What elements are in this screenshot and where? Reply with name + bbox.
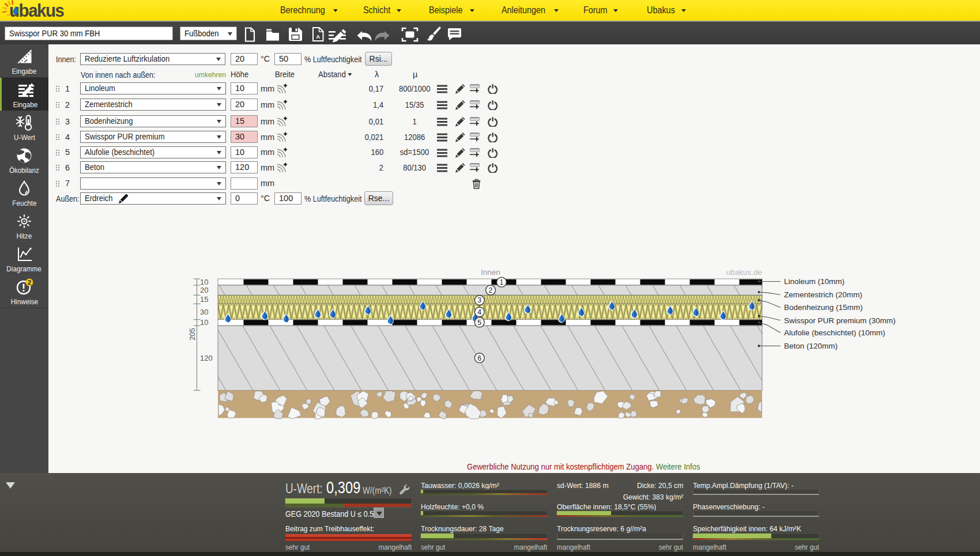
svg-text:15: 15 <box>200 295 208 304</box>
svg-text:Swisspor PUR premium (30mm): Swisspor PUR premium (30mm) <box>784 316 896 325</box>
svg-text:10: 10 <box>200 318 208 327</box>
svg-text:ubakus.de: ubakus.de <box>726 268 762 277</box>
svg-text:Zementestrich (20mm): Zementestrich (20mm) <box>784 290 862 299</box>
svg-text:5: 5 <box>477 319 481 327</box>
svg-text:1: 1 <box>500 278 504 286</box>
svg-text:20: 20 <box>200 286 208 294</box>
svg-text:2: 2 <box>489 286 493 294</box>
svg-text:4: 4 <box>477 308 481 316</box>
svg-text:Alufolie (beschichtet) (10mm): Alufolie (beschichtet) (10mm) <box>784 328 885 337</box>
svg-text:30: 30 <box>200 308 208 316</box>
svg-text:Bodenheizung (15mm): Bodenheizung (15mm) <box>784 303 863 312</box>
svg-text:Beton (120mm): Beton (120mm) <box>784 342 838 350</box>
svg-text:3: 3 <box>477 296 481 304</box>
svg-text:Innen: Innen <box>481 268 500 277</box>
svg-text:205: 205 <box>188 328 197 341</box>
svg-text:Linoleum (10mm): Linoleum (10mm) <box>784 277 845 286</box>
svg-text:6: 6 <box>477 354 481 362</box>
svg-text:10: 10 <box>200 278 208 286</box>
svg-text:A: A <box>316 33 320 40</box>
svg-text:2: 2 <box>28 279 31 286</box>
svg-text:120: 120 <box>200 354 213 362</box>
